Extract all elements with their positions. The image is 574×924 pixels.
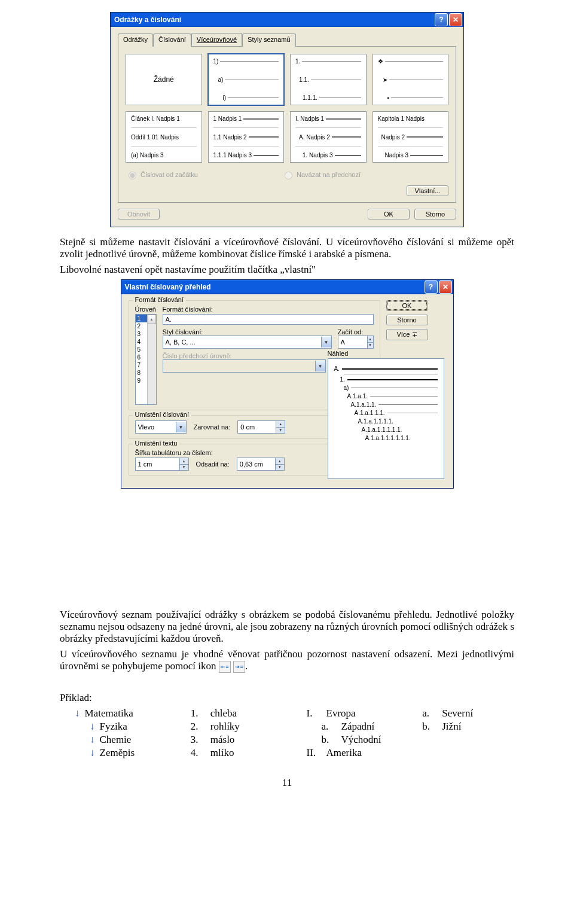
tab-spinner[interactable]: ▲▼ [180, 458, 189, 471]
chevron-down-icon: ▼ [315, 361, 325, 371]
format-input[interactable] [163, 314, 374, 325]
dialog-bullets-numbering: Odrážky a číslování ? ✕ Odrážky Číslován… [110, 12, 464, 227]
radio-restart: Číslovat od začátku [126, 170, 198, 179]
increase-indent-icon: ⇥≡ [233, 661, 245, 673]
titlebar[interactable]: Vlastní číslovaný přehled ? ✕ [121, 280, 453, 294]
bullet-icon: ↓ [90, 734, 95, 746]
body-paragraph-1: Stejně si můžeme nastavit číslování a ví… [60, 236, 514, 260]
tab-input[interactable] [135, 458, 180, 471]
align-input[interactable] [237, 420, 276, 434]
position-dropdown[interactable]: Vlevo ▼ [135, 420, 187, 434]
scroll-up-icon[interactable]: ▲ [148, 315, 156, 324]
tab-strip: Odrážky Číslování Víceúrovňové Styly sez… [118, 33, 456, 47]
help-button[interactable]: ? [435, 13, 448, 26]
label-previous: Číslo předchozí úrovně: [163, 352, 326, 359]
option-7[interactable]: I. Nadpis 1 A. Nadpis 2 1. Nadpis 3 [290, 111, 367, 163]
label-preview: Náhled [328, 350, 444, 357]
option-2[interactable]: 1) a) i) [208, 54, 285, 105]
cancel-button[interactable]: Storno [386, 315, 428, 325]
previous-dropdown: ▼ [163, 359, 326, 373]
start-input[interactable] [338, 336, 368, 349]
preview-box: A. 1. a) A.1.a.1. A.1.a.1.1. A.1.a.1.1.1… [328, 358, 444, 479]
label-align: Zarovnat na: [194, 423, 231, 431]
help-button[interactable]: ? [425, 280, 438, 294]
close-button[interactable]: ✕ [439, 280, 452, 294]
bullet-icon: ↓ [90, 747, 95, 759]
label-start: Začít od: [338, 328, 374, 336]
ok-button[interactable]: OK [386, 300, 428, 311]
style-dropdown[interactable]: A, B, C, ... ▼ [163, 336, 332, 349]
dialog-title: Odrážky a číslování [114, 16, 433, 24]
chevron-down-icon[interactable]: ▼ [176, 422, 186, 432]
bullet-icon: ↓ [90, 721, 95, 733]
titlebar[interactable]: Odrážky a číslování ? ✕ [111, 13, 463, 27]
tab-numbering[interactable]: Číslování [153, 33, 191, 47]
body-paragraph-2: Libovolné nastavení opět nastavíme použi… [60, 264, 514, 276]
start-spinner[interactable]: ▲▼ [368, 336, 374, 349]
indent-input[interactable] [237, 458, 276, 471]
reset-button: Obnovit [118, 209, 160, 219]
tab-panel: Žádné 1) a) i) 1. 1.1. 1.1.1. ❖ ➤ ▪ [118, 47, 456, 203]
option-none[interactable]: Žádné [126, 54, 202, 105]
custom-button[interactable]: Vlastní... [407, 185, 448, 196]
dialog-title: Vlastní číslovaný přehled [125, 283, 423, 291]
page-number: 11 [60, 777, 514, 789]
body-paragraph-4: U víceúrovňového seznamu je vhodné věnov… [60, 648, 514, 673]
tab-multilevel[interactable]: Víceúrovňové [191, 33, 242, 46]
option-8[interactable]: Kapitola 1 Nadpis Nadpis 2 Nadpis 3 [373, 111, 449, 163]
example-heading: Příklad: [60, 692, 514, 704]
close-button[interactable]: ✕ [449, 13, 462, 26]
more-button[interactable]: Více ∓ [386, 329, 428, 340]
indent-spinner[interactable]: ▲▼ [276, 458, 285, 471]
radio-continue: Navázat na předchozí [282, 170, 361, 179]
tab-list-styles[interactable]: Styly seznamů [242, 33, 296, 47]
tab-bullets[interactable]: Odrážky [118, 33, 153, 47]
option-5[interactable]: Článek I. Nadpis 1 Oddíl 1.01 Nadpis (a)… [126, 111, 202, 163]
align-spinner[interactable]: ▲▼ [276, 420, 285, 434]
label-format: Formát číslování: [163, 306, 374, 313]
label-level: Úroveň [135, 306, 157, 313]
chevron-down-icon[interactable]: ▼ [321, 337, 331, 347]
option-3[interactable]: 1. 1.1. 1.1.1. [290, 54, 367, 105]
ok-button[interactable]: OK [368, 209, 410, 219]
option-6[interactable]: 1 Nadpis 1 1.1 Nadpis 2 1.1.1 Nadpis 3 [208, 111, 285, 163]
body-paragraph-3: Víceúrovňový seznam používající odrážky … [60, 609, 514, 645]
label-indent: Odsadit na: [196, 461, 230, 468]
example-grid: ↓Matematika ↓Fyzika ↓Chemie ↓Zeměpis 1.c… [75, 708, 514, 759]
label-style: Styl číslování: [163, 328, 332, 336]
level-listbox[interactable]: 1 2 3 4 5 6 7 8 9 [135, 314, 157, 405]
dialog-custom-numbered: Vlastní číslovaný přehled ? ✕ Formát čís… [121, 279, 454, 489]
cancel-button[interactable]: Storno [414, 209, 456, 219]
bullet-icon: ↓ [75, 708, 80, 719]
decrease-indent-icon: ⇤≡ [219, 661, 231, 673]
option-4[interactable]: ❖ ➤ ▪ [373, 54, 449, 105]
